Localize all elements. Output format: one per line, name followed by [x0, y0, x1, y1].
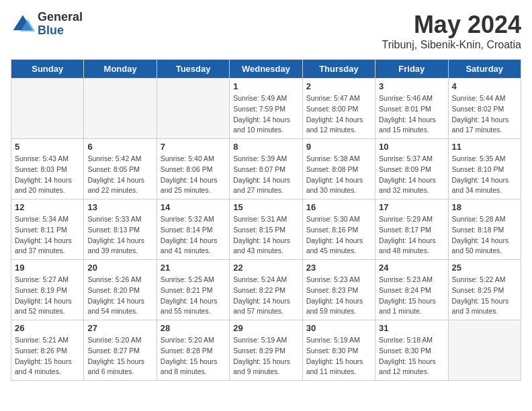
calendar-cell: 24Sunrise: 5:23 AMSunset: 8:24 PMDayligh…	[375, 260, 448, 320]
weekday-header-row: SundayMondayTuesdayWednesdayThursdayFrid…	[11, 60, 521, 79]
calendar-cell: 28Sunrise: 5:20 AMSunset: 8:28 PMDayligh…	[157, 320, 229, 381]
day-number: 12	[15, 202, 80, 212]
calendar-cell: 15Sunrise: 5:31 AMSunset: 8:15 PMDayligh…	[230, 199, 302, 260]
day-number: 11	[452, 142, 517, 152]
day-info: Sunrise: 5:25 AMSunset: 8:21 PMDaylight:…	[161, 275, 226, 317]
calendar-cell: 11Sunrise: 5:35 AMSunset: 8:10 PMDayligh…	[448, 139, 521, 199]
weekday-header-monday: Monday	[84, 60, 157, 79]
calendar-cell: 10Sunrise: 5:37 AMSunset: 8:09 PMDayligh…	[375, 139, 448, 199]
logo-icon	[11, 12, 35, 36]
day-number: 7	[161, 142, 226, 152]
day-number: 24	[379, 263, 444, 273]
calendar-cell: 12Sunrise: 5:34 AMSunset: 8:11 PMDayligh…	[11, 199, 84, 260]
calendar-subtitle: Tribunj, Sibenik-Knin, Croatia	[382, 39, 522, 51]
calendar-cell: 16Sunrise: 5:30 AMSunset: 8:16 PMDayligh…	[302, 199, 375, 260]
day-number: 3	[379, 81, 444, 91]
day-info: Sunrise: 5:23 AMSunset: 8:24 PMDaylight:…	[379, 275, 444, 317]
day-number: 21	[161, 263, 226, 273]
weekday-header-sunday: Sunday	[11, 60, 84, 79]
day-number: 27	[87, 323, 152, 333]
day-info: Sunrise: 5:44 AMSunset: 8:02 PMDaylight:…	[452, 93, 517, 136]
calendar-cell: 14Sunrise: 5:32 AMSunset: 8:14 PMDayligh…	[157, 199, 229, 260]
calendar-cell: 31Sunrise: 5:18 AMSunset: 8:30 PMDayligh…	[375, 320, 448, 381]
weekday-header-thursday: Thursday	[302, 60, 375, 79]
day-info: Sunrise: 5:18 AMSunset: 8:30 PMDaylight:…	[379, 335, 444, 377]
day-info: Sunrise: 5:20 AMSunset: 8:28 PMDaylight:…	[161, 335, 226, 377]
calendar-cell: 30Sunrise: 5:19 AMSunset: 8:30 PMDayligh…	[302, 320, 375, 381]
calendar-cell: 13Sunrise: 5:33 AMSunset: 8:13 PMDayligh…	[84, 199, 157, 260]
day-info: Sunrise: 5:24 AMSunset: 8:22 PMDaylight:…	[233, 275, 298, 317]
day-number: 18	[452, 202, 517, 212]
calendar-cell: 2Sunrise: 5:47 AMSunset: 8:00 PMDaylight…	[302, 79, 375, 139]
day-number: 31	[379, 323, 444, 333]
day-number: 13	[87, 202, 152, 212]
day-info: Sunrise: 5:49 AMSunset: 7:59 PMDaylight:…	[233, 93, 298, 136]
logo: General Blue	[11, 11, 83, 38]
day-number: 23	[306, 263, 371, 273]
calendar-cell: 18Sunrise: 5:28 AMSunset: 8:18 PMDayligh…	[448, 199, 521, 260]
day-number: 8	[233, 142, 298, 152]
day-number: 20	[87, 263, 152, 273]
day-number: 9	[306, 142, 371, 152]
day-info: Sunrise: 5:30 AMSunset: 8:16 PMDaylight:…	[306, 214, 371, 257]
day-info: Sunrise: 5:29 AMSunset: 8:17 PMDaylight:…	[379, 214, 444, 257]
calendar-cell	[448, 320, 521, 381]
day-info: Sunrise: 5:35 AMSunset: 8:10 PMDaylight:…	[452, 154, 517, 196]
calendar-cell: 27Sunrise: 5:20 AMSunset: 8:27 PMDayligh…	[84, 320, 157, 381]
calendar-cell	[84, 79, 157, 139]
logo-blue-text: Blue	[38, 24, 83, 38]
calendar-cell: 7Sunrise: 5:40 AMSunset: 8:06 PMDaylight…	[157, 139, 229, 199]
day-info: Sunrise: 5:47 AMSunset: 8:00 PMDaylight:…	[306, 93, 371, 136]
day-info: Sunrise: 5:19 AMSunset: 8:30 PMDaylight:…	[306, 335, 371, 377]
day-info: Sunrise: 5:21 AMSunset: 8:26 PMDaylight:…	[15, 335, 80, 377]
weekday-header-friday: Friday	[375, 60, 448, 79]
calendar-table: SundayMondayTuesdayWednesdayThursdayFrid…	[11, 59, 521, 381]
calendar-cell: 1Sunrise: 5:49 AMSunset: 7:59 PMDaylight…	[230, 79, 302, 139]
calendar-cell: 5Sunrise: 5:43 AMSunset: 8:03 PMDaylight…	[11, 139, 84, 199]
day-info: Sunrise: 5:28 AMSunset: 8:18 PMDaylight:…	[452, 214, 517, 257]
day-info: Sunrise: 5:39 AMSunset: 8:07 PMDaylight:…	[233, 154, 298, 196]
calendar-cell: 17Sunrise: 5:29 AMSunset: 8:17 PMDayligh…	[375, 199, 448, 260]
calendar-cell: 21Sunrise: 5:25 AMSunset: 8:21 PMDayligh…	[157, 260, 229, 320]
page-header: General Blue May 2024 Tribunj, Sibenik-K…	[11, 11, 521, 51]
day-info: Sunrise: 5:43 AMSunset: 8:03 PMDaylight:…	[15, 154, 80, 196]
day-number: 16	[306, 202, 371, 212]
day-number: 1	[233, 81, 298, 91]
day-info: Sunrise: 5:42 AMSunset: 8:05 PMDaylight:…	[87, 154, 152, 196]
day-info: Sunrise: 5:34 AMSunset: 8:11 PMDaylight:…	[15, 214, 80, 257]
calendar-cell: 8Sunrise: 5:39 AMSunset: 8:07 PMDaylight…	[230, 139, 302, 199]
calendar-cell: 22Sunrise: 5:24 AMSunset: 8:22 PMDayligh…	[230, 260, 302, 320]
calendar-cell: 3Sunrise: 5:46 AMSunset: 8:01 PMDaylight…	[375, 79, 448, 139]
calendar-cell: 29Sunrise: 5:19 AMSunset: 8:29 PMDayligh…	[230, 320, 302, 381]
day-info: Sunrise: 5:26 AMSunset: 8:20 PMDaylight:…	[87, 275, 152, 317]
day-number: 19	[15, 263, 80, 273]
logo-general-text: General	[38, 11, 83, 24]
day-info: Sunrise: 5:40 AMSunset: 8:06 PMDaylight:…	[161, 154, 226, 196]
day-number: 28	[161, 323, 226, 333]
day-info: Sunrise: 5:27 AMSunset: 8:19 PMDaylight:…	[15, 275, 80, 317]
day-info: Sunrise: 5:37 AMSunset: 8:09 PMDaylight:…	[379, 154, 444, 196]
day-info: Sunrise: 5:46 AMSunset: 8:01 PMDaylight:…	[379, 93, 444, 136]
week-row-2: 5Sunrise: 5:43 AMSunset: 8:03 PMDaylight…	[11, 139, 521, 199]
day-number: 22	[233, 263, 298, 273]
calendar-cell: 19Sunrise: 5:27 AMSunset: 8:19 PMDayligh…	[11, 260, 84, 320]
day-number: 15	[233, 202, 298, 212]
calendar-cell: 23Sunrise: 5:23 AMSunset: 8:23 PMDayligh…	[302, 260, 375, 320]
calendar-cell: 25Sunrise: 5:22 AMSunset: 8:25 PMDayligh…	[448, 260, 521, 320]
weekday-header-wednesday: Wednesday	[230, 60, 302, 79]
weekday-header-tuesday: Tuesday	[157, 60, 229, 79]
day-info: Sunrise: 5:23 AMSunset: 8:23 PMDaylight:…	[306, 275, 371, 317]
day-number: 25	[452, 263, 517, 273]
calendar-cell: 20Sunrise: 5:26 AMSunset: 8:20 PMDayligh…	[84, 260, 157, 320]
calendar-cell	[157, 79, 229, 139]
day-number: 14	[161, 202, 226, 212]
title-block: May 2024 Tribunj, Sibenik-Knin, Croatia	[382, 11, 522, 51]
day-number: 30	[306, 323, 371, 333]
weekday-header-saturday: Saturday	[448, 60, 521, 79]
week-row-5: 26Sunrise: 5:21 AMSunset: 8:26 PMDayligh…	[11, 320, 521, 381]
day-info: Sunrise: 5:20 AMSunset: 8:27 PMDaylight:…	[87, 335, 152, 377]
calendar-cell: 4Sunrise: 5:44 AMSunset: 8:02 PMDaylight…	[448, 79, 521, 139]
day-info: Sunrise: 5:31 AMSunset: 8:15 PMDaylight:…	[233, 214, 298, 257]
week-row-3: 12Sunrise: 5:34 AMSunset: 8:11 PMDayligh…	[11, 199, 521, 260]
day-info: Sunrise: 5:38 AMSunset: 8:08 PMDaylight:…	[306, 154, 371, 196]
